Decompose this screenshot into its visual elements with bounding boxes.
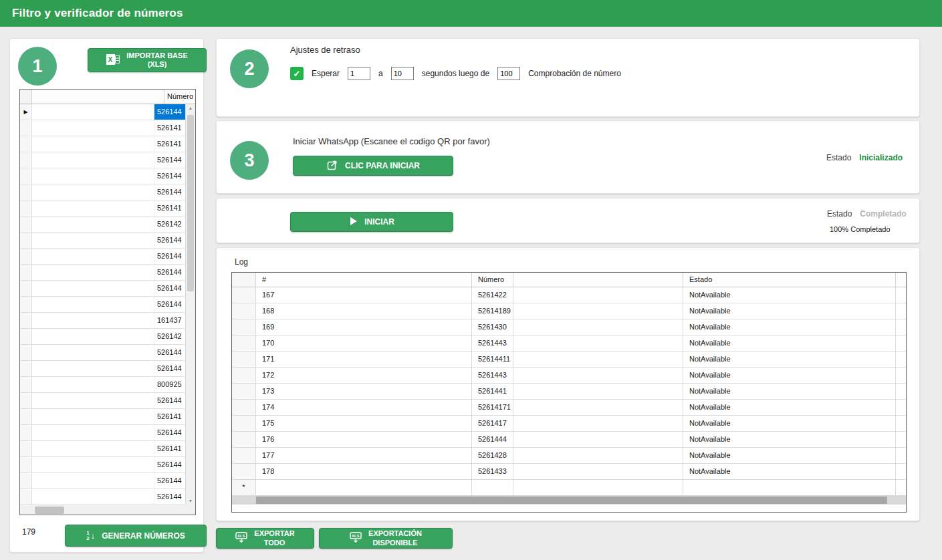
numbers-grid-row[interactable]: 526144 — [20, 425, 185, 441]
row-header-cell — [20, 329, 32, 344]
xls-export-icon: XLS — [350, 532, 362, 545]
numbers-grid-row[interactable]: 526144 — [20, 152, 185, 168]
numbers-grid-row[interactable]: 526144 — [20, 297, 185, 313]
numbers-grid-row[interactable]: 526144 — [20, 281, 185, 297]
log-new-row[interactable]: * — [232, 480, 906, 496]
delay-settings-title: Ajustes de retraso — [290, 45, 360, 55]
numbers-grid-row[interactable]: 526141 — [20, 200, 185, 217]
min-seconds-input[interactable] — [348, 67, 370, 80]
whatsapp-status-value: Inicializado — [859, 153, 903, 162]
log-row[interactable]: 174 52614171 NotAvailable — [232, 400, 906, 416]
numbers-grid-row[interactable]: 526144 — [20, 489, 185, 505]
numbers-grid-row[interactable]: ▶ 526144 — [20, 104, 185, 120]
blank-cell — [32, 200, 154, 216]
run-status-label: Estado — [827, 209, 852, 219]
log-row[interactable]: 169 5261430 NotAvailable — [232, 319, 906, 335]
scroll-up-arrow-icon[interactable] — [186, 106, 195, 110]
log-row-header-cell — [232, 335, 256, 352]
numbers-grid-row[interactable]: 800925 — [20, 377, 185, 393]
delay-controls: Esperar a segundos luego de Comprobación… — [290, 67, 621, 80]
export-all-button[interactable]: XLS EXPORTAR TODO — [216, 528, 314, 549]
numbers-grid-row[interactable]: 526144 — [20, 345, 185, 361]
numbers-grid-corner-cell[interactable] — [20, 90, 32, 104]
numbers-grid-row[interactable]: 526141 — [20, 441, 185, 457]
import-base-button[interactable]: X IMPORTAR BASE (XLS) — [88, 48, 207, 72]
log-row[interactable]: 167 5261422 NotAvailable — [232, 287, 906, 303]
log-row[interactable]: 170 5261443 NotAvailable — [232, 335, 906, 352]
row-header-cell — [20, 168, 32, 184]
blank-cell — [32, 184, 154, 200]
generate-numbers-button[interactable]: GENERAR NÚMEROS — [65, 525, 207, 547]
log-filler-cell — [896, 416, 906, 432]
blank-cell — [32, 217, 154, 232]
numbers-grid-row[interactable]: 526144 — [20, 249, 185, 265]
log-blank-column-header[interactable] — [513, 273, 683, 287]
numbers-grid-row[interactable]: 161437 — [20, 313, 185, 329]
numbers-grid-row[interactable]: 526144 — [20, 361, 185, 377]
row-header-cell — [20, 136, 32, 152]
numbers-grid-vertical-scrollbar[interactable] — [185, 104, 195, 505]
numbers-grid-row[interactable]: 526144 — [20, 184, 185, 200]
log-status-column-header[interactable]: Estado — [683, 273, 896, 287]
numbers-grid-row[interactable]: 526142 — [20, 329, 185, 345]
numbers-grid-row[interactable]: 526141 — [20, 409, 185, 425]
log-blank-cell — [513, 464, 683, 480]
numbers-grid-row[interactable]: 526144 — [20, 233, 185, 249]
blank-cell — [32, 345, 154, 360]
log-number-column-header[interactable]: Número — [472, 273, 513, 287]
number-column-header[interactable]: Número — [164, 90, 195, 104]
numbers-grid-row[interactable]: 526141 — [20, 136, 185, 152]
vertical-scrollbar-thumb[interactable] — [187, 115, 194, 291]
numbers-grid-row[interactable]: 526144 — [20, 265, 185, 281]
log-row[interactable]: 178 5261433 NotAvailable — [232, 464, 906, 480]
scroll-down-arrow-icon[interactable] — [186, 499, 195, 503]
log-index-cell: 174 — [256, 400, 472, 416]
log-blank-cell — [513, 384, 683, 400]
log-row[interactable]: 172 5261443 NotAvailable — [232, 368, 906, 384]
wait-checkbox[interactable] — [290, 67, 304, 80]
number-cell: 526141 — [154, 441, 185, 456]
log-horizontal-scrollbar-thumb[interactable] — [256, 497, 887, 504]
log-blank-cell — [513, 287, 683, 303]
log-row[interactable]: 171 52614411 NotAvailable — [232, 352, 906, 368]
generate-numbers-label: GENERAR NÚMEROS — [102, 531, 185, 541]
log-number-cell: 5261428 — [472, 448, 513, 464]
numbers-grid-row[interactable]: 526144 — [20, 473, 185, 489]
row-header-cell — [20, 281, 32, 296]
blank-cell — [32, 249, 154, 264]
log-index-cell: 178 — [256, 464, 472, 480]
numbers-grid-row[interactable]: 526144 — [20, 393, 185, 409]
start-button[interactable]: INICIAR — [290, 212, 453, 232]
log-horizontal-scrollbar[interactable] — [232, 496, 906, 505]
log-number-cell: 5261433 — [472, 464, 513, 480]
blank-column-header[interactable] — [32, 90, 164, 104]
log-row-header-cell — [232, 464, 256, 480]
check-count-input[interactable] — [497, 67, 520, 80]
log-row[interactable]: 176 5261444 NotAvailable — [232, 432, 906, 448]
log-index-cell: 170 — [256, 335, 472, 352]
numbers-grid-row[interactable]: 526142 — [20, 217, 185, 233]
numbers-grid-horizontal-scrollbar[interactable] — [20, 505, 185, 515]
numbers-grid-row[interactable]: 526144 — [20, 457, 185, 473]
log-row[interactable]: 168 52614189 NotAvailable — [232, 303, 906, 319]
range-separator-label: a — [378, 69, 383, 78]
log-index-cell: 172 — [256, 368, 472, 384]
log-index-column-header[interactable]: # — [256, 273, 472, 287]
log-filler-cell — [896, 384, 906, 400]
numbers-grid-row[interactable]: 526144 — [20, 168, 185, 184]
log-row-header-cell — [232, 400, 256, 416]
horizontal-scrollbar-thumb[interactable] — [35, 507, 64, 514]
click-to-start-button[interactable]: CLIC PARA INICIAR — [293, 156, 453, 176]
blank-cell — [32, 136, 154, 152]
app-title-bar: Filtro y verificador de números — [0, 0, 942, 27]
number-cell: 161437 — [154, 313, 185, 328]
log-row[interactable]: 177 5261428 NotAvailable — [232, 448, 906, 464]
log-corner-cell[interactable] — [232, 273, 256, 287]
numbers-grid-row[interactable]: 526141 — [20, 120, 185, 136]
export-available-button[interactable]: XLS EXPORTACIÓN DISPONIBLE — [319, 528, 453, 549]
max-seconds-input[interactable] — [391, 67, 414, 80]
log-row[interactable]: 175 5261417 NotAvailable — [232, 416, 906, 432]
excel-icon: X — [106, 54, 120, 66]
log-row[interactable]: 173 5261441 NotAvailable — [232, 384, 906, 400]
log-new-row-blank-cell — [513, 480, 683, 496]
